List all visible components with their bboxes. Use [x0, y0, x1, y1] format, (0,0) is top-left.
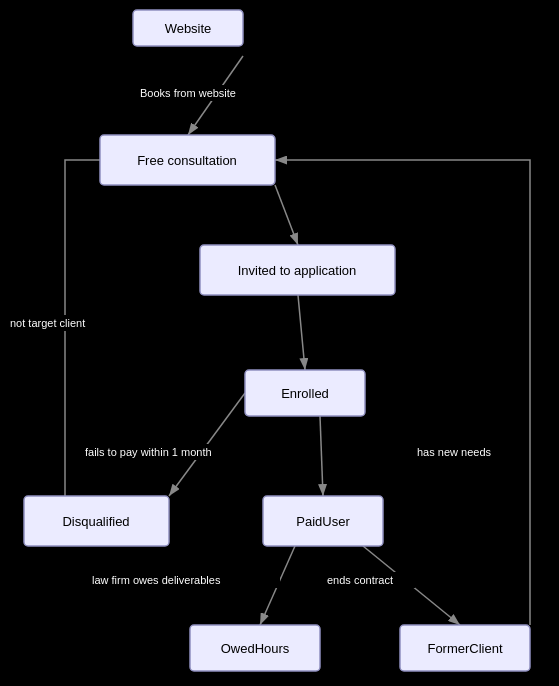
- edge-label-books: Books from website: [140, 87, 236, 99]
- edge-freeconsult-invited: [275, 185, 298, 245]
- edge-label-lawfirm: law firm owes deliverables: [92, 574, 221, 586]
- node-paiduser-label: PaidUser: [296, 514, 350, 529]
- node-freeconsult-label: Free consultation: [137, 153, 237, 168]
- node-formerclient: FormerClient: [400, 625, 530, 671]
- node-disqualified-label: Disqualified: [62, 514, 129, 529]
- flow-diagram: Books from website not target client fai…: [0, 0, 559, 686]
- node-invited-label: Invited to application: [238, 263, 357, 278]
- node-disqualified: Disqualified: [24, 496, 169, 546]
- node-paiduser: PaidUser: [263, 496, 383, 546]
- node-enrolled-label: Enrolled: [281, 386, 329, 401]
- edge-label-endscontract: ends contract: [327, 574, 393, 586]
- node-invited: Invited to application: [200, 245, 395, 295]
- edge-label-hasnewneeds: has new needs: [417, 446, 491, 458]
- node-enrolled: Enrolled: [245, 370, 365, 416]
- node-website: Website: [133, 10, 243, 46]
- node-owedhours: OwedHours: [190, 625, 320, 671]
- node-free-consultation: Free consultation: [100, 135, 275, 185]
- edge-invited-enrolled: [298, 295, 305, 370]
- edge-freeconsult-disqualified: [24, 160, 100, 521]
- node-formerclient-label: FormerClient: [427, 641, 503, 656]
- edge-label-failspay: fails to pay within 1 month: [85, 446, 212, 458]
- node-owedhours-label: OwedHours: [221, 641, 290, 656]
- node-website-label: Website: [165, 21, 212, 36]
- edge-label-nottarget: not target client: [10, 317, 85, 329]
- edge-enrolled-paiduser: [320, 416, 323, 496]
